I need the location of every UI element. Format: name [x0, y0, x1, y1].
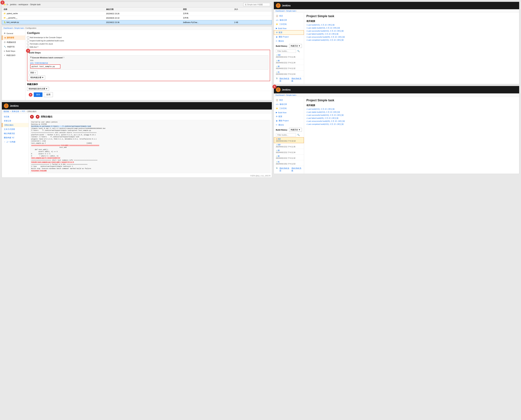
- advanced-btn[interactable]: 高级 ∨: [29, 71, 37, 75]
- build-item[interactable]: ✓ #10 2023年8月22日 下午11:35: [274, 53, 304, 59]
- list-item: • Last stable build(#10), 3 天 22 小时之前: [306, 27, 517, 29]
- add-post-btn[interactable]: 增加构建后操作步骤 ▼: [27, 87, 49, 91]
- apply-button[interactable]: 应用: [44, 92, 53, 97]
- console-line: collected 1 item: [31, 140, 269, 142]
- checkbox-item: Add timestamps to the Console Output: [27, 36, 270, 38]
- crumb-simple-top[interactable]: Simple task: [286, 10, 296, 12]
- related-link[interactable]: • Last build(#10), 3 天 22 小时之前: [306, 108, 335, 110]
- success-icon: ✓: [276, 71, 277, 73]
- jenkins-sidebar-item-rename[interactable]: ✏ 重命名: [274, 39, 304, 43]
- console-body: 状态集变更记录控制台输出文本方式查看确认构建消息删除构建 '#1'← 上一次构建…: [2, 113, 272, 174]
- jenkins-top-logo: 🏺: [276, 3, 280, 8]
- config-label-general: General: [7, 32, 13, 34]
- jenkins-sidebar-item-status[interactable]: 📋 状态: [274, 14, 304, 18]
- checkbox[interactable]: [27, 46, 29, 48]
- related-link[interactable]: • Last build(#10), 3 天 22 小时之前: [306, 24, 335, 26]
- checkbox[interactable]: [27, 43, 29, 45]
- crumb-dash-bot[interactable]: Dashboard: [276, 94, 285, 96]
- config-sidebar-item-general[interactable]: ⚙ General: [2, 31, 25, 36]
- jenkins-sidebar-item-delete[interactable]: 🗑 删除 Project: [274, 35, 304, 39]
- jenkins-sidebar-item-changes[interactable]: </> 修改记录: [274, 18, 304, 22]
- command-input[interactable]: [30, 64, 60, 68]
- console-sidebar-label-status_collect: 状态集: [4, 115, 9, 118]
- config-sidebar-item-environment[interactable]: 🔧 构建环境: [2, 45, 25, 49]
- atom-all-link[interactable]: Atom feed 全部: [279, 167, 290, 172]
- build-item[interactable]: ✓ #9 2023年8月22日 下午11:34: [274, 59, 304, 65]
- console-sidebar-label-changes: 变更记录: [4, 120, 11, 122]
- checkbox[interactable]: [27, 39, 29, 42]
- config-sidebar-item-post_build[interactable]: ✓ 构建后操作: [2, 53, 25, 58]
- build-item[interactable]: ✕ #13 2023年8月26日 下午10:18: [274, 137, 304, 143]
- config-sidebar-item-triggers[interactable]: ⏱ 构建触发器: [2, 40, 25, 45]
- related-link[interactable]: • Last unsuccessful build(#9), 3 天 22 小时…: [306, 36, 345, 38]
- build-item[interactable]: ✓ #1 2023年8月19日 下午11:53: [274, 71, 304, 76]
- file-table-row[interactable]: 📁 .pytest_cache 2023/8/22 23:26 文件夹: [2, 11, 272, 16]
- save-button[interactable]: 保存: [34, 92, 43, 97]
- jenkins-sidebar-item-build_now[interactable]: ▶ Build Now: [274, 111, 304, 114]
- filter-builds-input[interactable]: [276, 133, 296, 137]
- console-sidebar-item-console[interactable]: 控制台输出: [2, 123, 29, 127]
- configure-main: Configure Add timestamps to the Console …: [25, 30, 272, 100]
- related-link[interactable]: • Last stable build(#10), 3 天 22 小时之前: [306, 27, 340, 29]
- crumb-simple-task[interactable]: Simple task: [14, 27, 24, 29]
- related-link[interactable]: • Last successful build(#10), 3 天 22 小时之…: [306, 114, 344, 116]
- console-breadcrumb: 指控板 › 简单任务 › #13 › 控制台输出: [2, 110, 272, 113]
- jenkins-sidebar-item-status[interactable]: 📋 状态: [274, 98, 304, 102]
- related-links-list-bot: • Last build(#10), 3 天 22 小时之前• Last sta…: [306, 108, 517, 126]
- build-item[interactable]: ✓ #10 2023年8月22日 下午11:35: [274, 143, 304, 149]
- file-table-row[interactable]: 📁 __pycache__ 2023/8/26 22:10 文件夹: [2, 16, 272, 20]
- checkbox[interactable]: [27, 36, 29, 38]
- related-link[interactable]: • Last failed build(#9), 3 天 22 小时之前: [306, 117, 339, 119]
- build-item[interactable]: ✓ #8 2023年8月22日 下午11:32: [274, 155, 304, 160]
- filter-builds-input[interactable]: [276, 49, 296, 53]
- build-item[interactable]: ✓ #1 2023年8月19日 下午11:53: [274, 160, 304, 166]
- build-item[interactable]: ✓ #9 2023年8月22日 下午11:34: [274, 149, 304, 155]
- crumb-simple-bot[interactable]: Simple task: [286, 94, 296, 96]
- crumb-dash-top[interactable]: Dashboard: [276, 10, 285, 12]
- atom-fail-link[interactable]: Atom feed 失败: [292, 77, 302, 82]
- related-link[interactable]: • Last unsuccessful build(#9), 3 天 22 小时…: [306, 120, 345, 122]
- add-step-btn[interactable]: 增加构建步骤 ▼: [29, 75, 45, 79]
- console-line: [Simple task] $ cmd /c call E:\Jenkins\t…: [31, 128, 269, 130]
- build-history-btn[interactable]: 构建历史 ▼: [289, 44, 302, 48]
- config-sidebar-item-source[interactable]: ◈ 源码管理: [2, 36, 25, 40]
- jenkins-sidebar-item-workspace[interactable]: 📁 工作空间: [274, 22, 304, 26]
- left-column: 1 📁 li › .jenkins › workspace › Simple t…: [2, 2, 272, 178]
- crumb-console-out: 控制台输出: [27, 110, 37, 113]
- jenkins-sidebar-item-configure[interactable]: ⚙ 配置: [274, 30, 304, 35]
- search-input[interactable]: [243, 3, 270, 6]
- col-type: 类型: [183, 8, 234, 11]
- crumb-simple2[interactable]: 简单任务: [12, 110, 19, 113]
- related-link[interactable]: • Last stable build(#10), 3 天 22 小时之前: [306, 111, 340, 113]
- console-sidebar-item-changes[interactable]: 变更记录: [2, 119, 29, 123]
- console-sidebar-item-delete_build[interactable]: 删除构建 '#1': [2, 135, 29, 140]
- related-link[interactable]: • Last completed build(#10), 3 天 22 小时之前: [306, 39, 344, 41]
- build-history-btn[interactable]: 构建历史 ▼: [289, 128, 302, 132]
- jenkins-sidebar-item-delete[interactable]: 🗑 删除 Project: [274, 119, 304, 123]
- jenkins-sidebar-item-configure[interactable]: ⚙ 配置: [274, 114, 304, 119]
- config-sidebar-item-build_steps[interactable]: ≡ Build Steps: [2, 49, 25, 53]
- file-table-row[interactable]: 🐍 test_sample.py 2023/8/22 23:36 JetBrai…: [2, 20, 272, 24]
- atom-fail-link[interactable]: Atom feed 失败: [292, 167, 302, 172]
- console-sidebar-item-prev_build[interactable]: ← 上一次构建: [2, 140, 29, 144]
- build-item[interactable]: ✓ #8 2023年8月22日 下午11:32: [274, 65, 304, 71]
- jenkins-sidebar-item-rename[interactable]: ✏ 重命名: [274, 123, 304, 127]
- jenkins-sidebar-item-build_now[interactable]: ▶ Build Now: [274, 26, 304, 30]
- console-sidebar-item-text_view[interactable]: 文本方式查看: [2, 127, 29, 131]
- crumb-dashboard2[interactable]: 指控板: [4, 110, 9, 113]
- console-sidebar-item-status_collect[interactable]: 状态集: [2, 115, 29, 119]
- jenkins-sidebar-item-changes[interactable]: </> 修改记录: [274, 102, 304, 106]
- related-link[interactable]: • Last completed build(#10), 3 天 22 小时之前: [306, 123, 344, 125]
- console-line: test_sample.py F [100%]: [31, 142, 269, 144]
- related-link[interactable]: • Last failed build(#9), 3 天 22 小时之前: [306, 33, 339, 35]
- filter-row: 🔍: [274, 49, 304, 53]
- crumb-sep-c: ›: [26, 110, 27, 113]
- related-link[interactable]: • Last successful build(#10), 3 天 22 小时之…: [306, 30, 344, 32]
- atom-all-link[interactable]: Atom feed 全部: [279, 77, 290, 82]
- crumb-build-num[interactable]: #13: [22, 110, 25, 113]
- list-item: • Last failed build(#9), 3 天 22 小时之前: [306, 33, 517, 35]
- jenkins-sidebar-item-workspace[interactable]: 📁 工作空间: [274, 106, 304, 111]
- crumb-dashboard[interactable]: Dashboard: [4, 27, 13, 29]
- checkbox-label: Inspect build log for published build sc…: [27, 39, 270, 42]
- console-sidebar-item-confirm_info[interactable]: 确认构建消息: [2, 131, 29, 135]
